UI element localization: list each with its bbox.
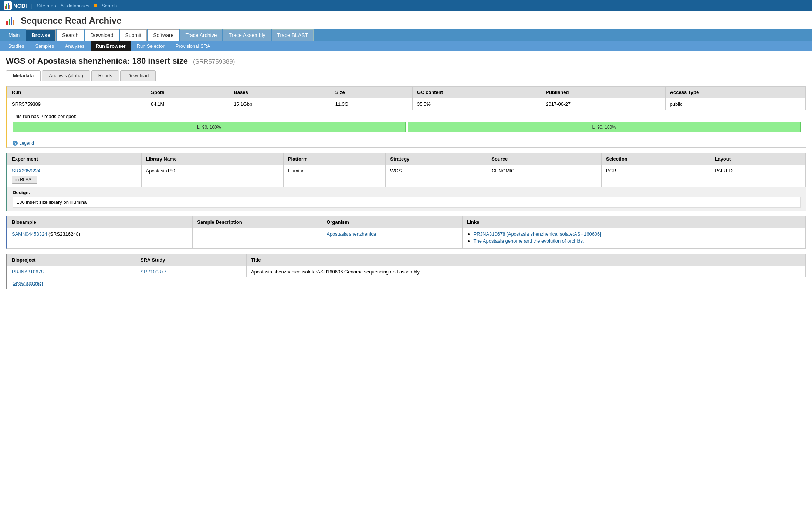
reads-per-spot: This run has 2 reads per spot: L=90, 100… [7,110,806,139]
nav-trace-blast[interactable]: Trace BLAST [272,29,314,41]
reads-bar-1: L=90, 100% [13,122,406,132]
exp-col-selection: Selection [602,153,710,165]
ncbi-logo-text: NCBI [13,3,27,9]
show-abstract: Show abstract [7,277,806,289]
tab-metadata[interactable]: Metadata [6,70,41,81]
biosample-link[interactable]: SAMN04453324 [12,231,47,237]
col-published: Published [541,87,665,98]
design-section: Design: 180 insert size library on Illum… [7,187,806,211]
bioproject-link-1[interactable]: PRJNA310678 [Apostasia shenzhenica isola… [474,231,601,237]
subnav-studies[interactable]: Studies [3,41,29,51]
bp-col-title: Title [246,254,805,266]
cell-bases: 15.1Gbp [229,98,331,110]
bio-col-description: Sample Description [193,216,322,228]
exp-col-strategy: Strategy [386,153,487,165]
main-nav: Main Browse Search Download Submit Softw… [0,29,812,41]
ncbi-logo-icon [4,1,12,10]
svg-rect-7 [11,17,12,25]
bp-sra-study: SRP109877 [136,266,246,278]
exp-layout: PAIRED [710,165,806,187]
cell-published: 2017-06-27 [541,98,665,110]
nav-main[interactable]: Main [3,29,25,41]
blast-button[interactable]: to BLAST [12,176,37,184]
page-title: WGS of Apostasia shenzhenica: 180 insert… [6,56,188,66]
design-value: 180 insert size library on Illumina [13,197,801,208]
svg-rect-8 [13,20,14,25]
biosample-table: Biosample Sample Description Organism Li… [7,216,806,248]
legend-icon: ? [13,141,18,146]
tab-analysis[interactable]: Analysis (alpha) [42,70,90,81]
exp-col-platform: Platform [283,153,385,165]
nav-browse[interactable]: Browse [26,29,56,41]
svg-rect-6 [9,19,10,25]
accession-badge: (SRR5759389) [193,58,235,65]
subnav-run-selector[interactable]: Run Selector [132,41,170,51]
col-size: Size [331,87,412,98]
nav-download[interactable]: Download [85,29,119,41]
bioproject-link[interactable]: PRJNA310678 [12,269,44,275]
bio-description [193,228,322,249]
svg-rect-1 [6,4,7,9]
svg-rect-5 [6,21,8,25]
sra-study-link[interactable]: SRP109877 [141,269,166,275]
bio-col-links: Links [462,216,806,228]
rss-icon: ■ [94,2,97,9]
tab-download[interactable]: Download [120,70,156,81]
tabs: Metadata Analysis (alpha) Reads Download [6,70,806,81]
col-access: Access Type [665,87,805,98]
cell-access: public [665,98,805,110]
ncbi-logo: NCBI [4,1,27,10]
subnav-samples[interactable]: Samples [30,41,59,51]
reads-bar-container: L=90, 100% L=90, 100% [13,122,801,132]
links-list: PRJNA310678 [Apostasia shenzhenica isola… [467,231,801,244]
bioproject-section: Bioproject SRA Study Title PRJNA310678 S… [6,254,806,289]
show-abstract-link[interactable]: Show abstract [13,280,43,286]
reads-bar-2: L=90, 100% [408,122,801,132]
cell-gc: 35.5% [413,98,541,110]
biosample-extra: (SRS2316248) [48,231,80,237]
subnav-provisional-sra[interactable]: Provisional SRA [170,41,216,51]
exp-strategy: WGS [386,165,487,187]
orchids-link[interactable]: The Apostasia genome and the evolution o… [474,238,584,244]
bioproject-table: Bioproject SRA Study Title PRJNA310678 S… [7,254,806,277]
tab-reads[interactable]: Reads [91,70,119,81]
exp-selection: PCR [602,165,710,187]
site-map-link[interactable]: Site map [37,3,56,9]
table-row: PRJNA310678 SRP109877 Apostasia shenzhen… [7,266,806,278]
separator: | [31,3,33,9]
bio-col-organism: Organism [322,216,462,228]
cell-run: SRR5759389 [7,98,146,110]
bp-col-sra-study: SRA Study [136,254,246,266]
search-link[interactable]: Search [102,3,117,9]
ncbi-top-bar: NCBI | Site map All databases ■ Search [0,0,812,11]
nav-submit[interactable]: Submit [120,29,147,41]
exp-col-experiment: Experiment [7,153,141,165]
organism-link[interactable]: Apostasia shenzhenica [327,231,376,237]
table-row: SAMN04453324 (SRS2316248) Apostasia shen… [7,228,806,249]
svg-rect-3 [9,5,10,9]
legend-link[interactable]: ? Legend [7,139,806,147]
sub-nav: Studies Samples Analyses Run Browser Run… [0,41,812,51]
exp-source: GENOMIC [487,165,602,187]
biosample-section: Biosample Sample Description Organism Li… [6,216,806,249]
bp-bioproject: PRJNA310678 [7,266,136,278]
design-label: Design: [13,190,801,195]
list-item: The Apostasia genome and the evolution o… [474,238,801,244]
subnav-analyses[interactable]: Analyses [60,41,90,51]
exp-col-layout: Layout [710,153,806,165]
nav-search[interactable]: Search [57,29,84,41]
nav-trace-assembly[interactable]: Trace Assembly [223,29,271,41]
all-databases-link[interactable]: All databases [60,3,89,9]
experiment-link[interactable]: SRX2959224 [12,168,40,174]
exp-platform: Illumina [283,165,385,187]
bio-col-biosample: Biosample [7,216,193,228]
svg-rect-2 [8,3,9,9]
col-run: Run [7,87,146,98]
subnav-run-browser[interactable]: Run Browser [91,41,131,51]
col-spots: Spots [146,87,229,98]
list-item: PRJNA310678 [Apostasia shenzhenica isola… [474,231,801,237]
table-row: SRX2959224 to BLAST Apostasia180 Illumin… [7,165,806,187]
nav-software[interactable]: Software [148,29,179,41]
nav-trace-archive[interactable]: Trace Archive [180,29,222,41]
exp-col-source: Source [487,153,602,165]
